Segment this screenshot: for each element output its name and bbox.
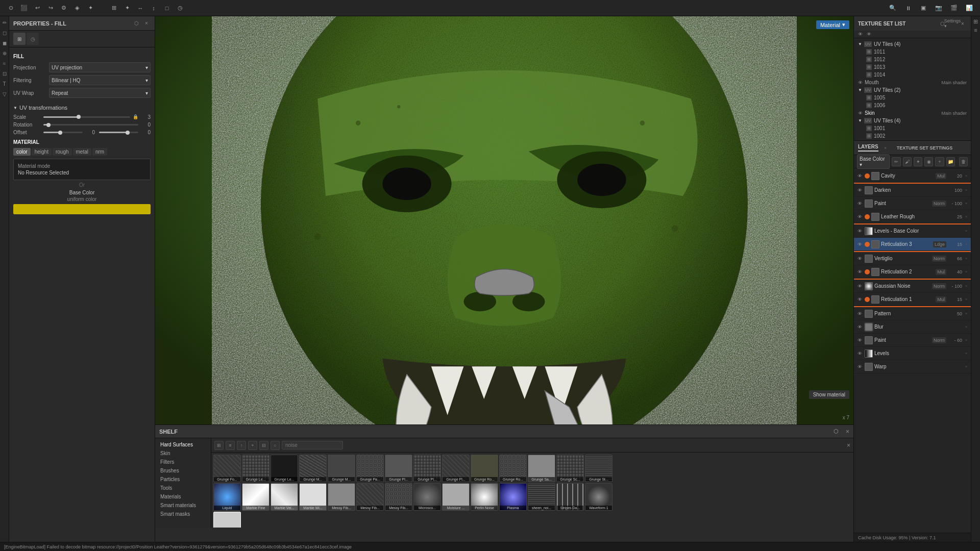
- layer-paint2-vis[interactable]: 👁: [856, 337, 863, 344]
- ch-paint-icon[interactable]: 🖌: [903, 157, 912, 166]
- toolbar-home-icon[interactable]: ⊙: [5, 3, 16, 14]
- layer-leather-rough[interactable]: 👁 Leather Rough 25 ×: [854, 210, 971, 223]
- material-dropdown[interactable]: Material ▾: [816, 20, 849, 29]
- color-swatch[interactable]: [13, 204, 151, 214]
- layer-levels-bc[interactable]: 👁 Levels - Base Color ×: [854, 224, 971, 238]
- layer-ret1-opacity[interactable]: 15: [948, 297, 962, 302]
- toolbar-camera-icon[interactable]: 📷: [933, 3, 944, 14]
- layer-gauss-vis[interactable]: 👁: [856, 283, 863, 290]
- shelf-cat-filters[interactable]: Filters: [155, 458, 211, 466]
- right-edge-icon1[interactable]: ⊞: [973, 18, 978, 25]
- tsl-tile-1014[interactable]: ⊞ 1014: [854, 71, 971, 79]
- toolbar-cursor-icon[interactable]: ✦: [121, 3, 133, 14]
- tsl-skin[interactable]: 👁 Skin Main shader: [854, 109, 971, 117]
- shelf-cat-smart-masks[interactable]: Smart masks: [155, 510, 211, 518]
- rotation-slider[interactable]: [43, 124, 138, 126]
- toolbar-pause-icon[interactable]: ⏸: [902, 3, 914, 14]
- right-edge-icon2[interactable]: ≡: [974, 27, 977, 33]
- shelf-item-messy1[interactable]: Messy Fib...: [328, 483, 355, 511]
- ch-folder-icon[interactable]: 📁: [946, 157, 955, 166]
- shelf-item-grunge8[interactable]: Grunge Pl...: [413, 455, 441, 482]
- sidebar-brush-icon[interactable]: ✏: [1, 18, 9, 27]
- layer-ret2-close[interactable]: ×: [964, 269, 969, 274]
- channel-dropdown[interactable]: Base Color ▾: [857, 155, 890, 169]
- shelf-cat-particles[interactable]: Particles: [155, 475, 211, 484]
- layer-vertiglio[interactable]: 👁 Vertiglio Norm 66 ×: [854, 252, 971, 265]
- shelf-item-grunge13[interactable]: Grunge Sc...: [556, 455, 584, 482]
- layer-levels-vis[interactable]: 👁: [856, 350, 863, 357]
- tsl-tile-1002[interactable]: ⊞ 1002: [854, 132, 971, 140]
- layer-leather-vis[interactable]: 👁: [856, 213, 863, 220]
- layer-reticulation3[interactable]: 👁 Reticulation 3 Ldge 15 ×: [854, 238, 971, 251]
- toolbar-video-icon[interactable]: 🎬: [948, 3, 960, 14]
- panel-tab-grid[interactable]: ⊞: [13, 33, 26, 45]
- shelf-search-input[interactable]: [282, 441, 343, 449]
- toolbar-render-icon[interactable]: ◈: [71, 3, 83, 14]
- uv-transform-section[interactable]: ▼ UV transformations: [13, 105, 151, 111]
- shelf-item-sheen[interactable]: sheen_noi...: [528, 483, 555, 511]
- layer-vert-opacity[interactable]: 66: [948, 256, 962, 261]
- layer-pattern-opacity[interactable]: 50: [948, 311, 962, 316]
- layer-leather-close[interactable]: ×: [964, 214, 969, 219]
- layer-cavity-close[interactable]: ×: [964, 173, 969, 179]
- material-tab-metal[interactable]: metal: [73, 148, 91, 156]
- layer-pattern[interactable]: 👁 Pattern 50 ×: [854, 307, 971, 320]
- toolbar-stats-icon[interactable]: 📊: [964, 3, 975, 14]
- toolbar-redo-icon[interactable]: ↪: [45, 3, 56, 14]
- shelf-cat-materials[interactable]: Materials: [155, 492, 211, 501]
- layer-warp-vis[interactable]: 👁: [856, 363, 863, 370]
- layer-levels-close[interactable]: ×: [964, 351, 969, 356]
- ch-delete-icon[interactable]: 🗑: [959, 157, 968, 166]
- toolbar-undo-icon[interactable]: ↩: [32, 3, 43, 14]
- layer-ret2-vis[interactable]: 👁: [856, 268, 863, 276]
- layer-darken-opacity[interactable]: 100: [948, 188, 962, 193]
- layer-vert-vis[interactable]: 👁: [856, 255, 863, 262]
- sidebar-clone-icon[interactable]: ⊕: [1, 49, 9, 57]
- tsl-tile-1012[interactable]: ⊞ 1012: [854, 56, 971, 63]
- tsl-tile-1005[interactable]: ⊞ 1005: [854, 94, 971, 102]
- material-tab-nrm[interactable]: nrm: [92, 148, 107, 156]
- shelf-cat-brushes[interactable]: Brushes: [155, 466, 211, 475]
- shelf-item-white-noise[interactable]: White Noise: [213, 512, 241, 528]
- layer-ret3-opacity[interactable]: 15: [948, 242, 962, 247]
- shelf-add-icon[interactable]: +: [248, 441, 257, 450]
- tsl-group-uvtiles1[interactable]: ▼ UV UV Tiles (4): [854, 40, 971, 48]
- shelf-item-marble-vei[interactable]: Marble Vei...: [271, 483, 298, 511]
- shelf-cat-tools[interactable]: Tools: [155, 484, 211, 492]
- scale-slider[interactable]: [43, 116, 130, 118]
- layer-pattern-close[interactable]: ×: [964, 311, 969, 316]
- layer-gauss-blend[interactable]: Norm: [932, 283, 946, 289]
- shelf-import-icon[interactable]: ↑: [237, 441, 246, 450]
- shelf-item-liquid[interactable]: Liquid: [213, 483, 241, 511]
- toolbar-frame-icon[interactable]: □: [161, 3, 173, 14]
- tsl-close-icon[interactable]: ×: [959, 19, 967, 28]
- layer-cavity-vis[interactable]: 👁: [856, 172, 863, 180]
- shelf-item-grunge1[interactable]: Grunge Fo...: [213, 455, 241, 482]
- shelf-item-grunge7[interactable]: Grunge Pl...: [385, 455, 412, 482]
- panel-tab-clock[interactable]: ◷: [27, 33, 39, 45]
- layer-ret2-opacity[interactable]: 40: [948, 269, 962, 274]
- shelf-close-icon[interactable]: ×: [846, 428, 849, 435]
- scale-lock-icon[interactable]: 🔒: [132, 114, 138, 120]
- shelf-items-close-icon[interactable]: ×: [847, 442, 850, 449]
- toolbar-extra-icon[interactable]: ✦: [85, 3, 96, 14]
- layer-darken-vis[interactable]: 👁: [856, 187, 863, 194]
- ch-pencil-icon[interactable]: ✏: [892, 157, 900, 166]
- shelf-item-grunge2[interactable]: Grunge Le...: [242, 455, 270, 482]
- layer-vert-close[interactable]: ×: [964, 256, 969, 261]
- shelf-item-grunge14[interactable]: Grunge St...: [585, 455, 612, 482]
- toolbar-scale-icon[interactable]: ↕: [148, 3, 159, 14]
- toolbar-search-icon[interactable]: 🔍: [887, 3, 898, 14]
- shelf-filter-icon[interactable]: ⊟: [259, 441, 268, 450]
- layer-gaussian[interactable]: 👁 Gaussian Noise Norm - 100 ×: [854, 280, 971, 293]
- layer-paint-1[interactable]: 👁 Paint Norm - 100 ×: [854, 197, 971, 210]
- layer-paint2-opacity[interactable]: - 60: [948, 338, 962, 343]
- layer-paint-2[interactable]: 👁 Paint Norm - 60 ×: [854, 334, 971, 347]
- sidebar-select-icon[interactable]: ⊡: [1, 69, 9, 78]
- sidebar-gradient-icon[interactable]: ▽: [1, 90, 9, 98]
- tss-tab[interactable]: TEXTURE SET SETTINGS: [897, 145, 953, 151]
- shelf-item-grunge5[interactable]: Grunge M...: [328, 455, 355, 482]
- shelf-item-moisture[interactable]: Moisture ...: [442, 483, 470, 511]
- tsl-settings-icon[interactable]: Settings ▾: [948, 19, 957, 28]
- material-tab-rough[interactable]: rough: [53, 148, 72, 156]
